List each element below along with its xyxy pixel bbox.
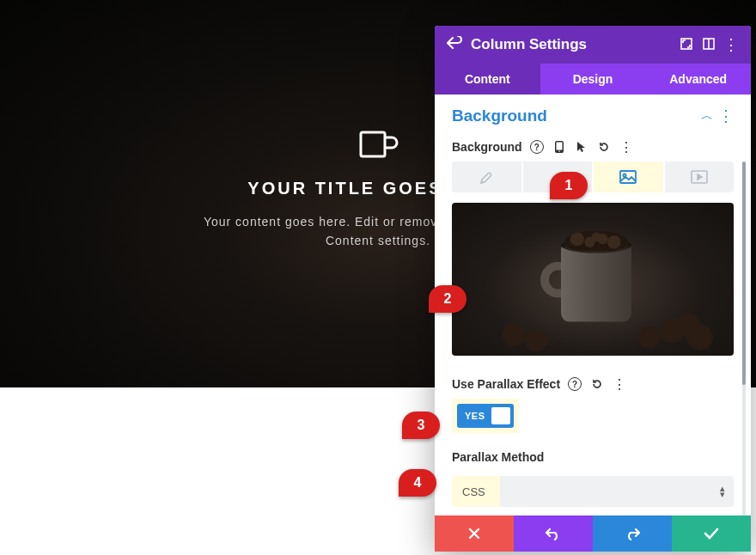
use-parallax-label: Use Parallax Effect — [452, 377, 560, 391]
background-label: Background — [452, 140, 522, 154]
svg-point-6 — [558, 150, 560, 152]
layout-icon[interactable] — [698, 38, 720, 52]
svg-rect-7 — [620, 171, 636, 183]
field-menu-icon[interactable]: ⋮ — [612, 376, 627, 392]
select-value: CSS — [462, 485, 485, 498]
callout-2: 2 — [429, 285, 466, 313]
bg-video-tab[interactable] — [665, 162, 735, 192]
panel-title: Column Settings — [466, 36, 675, 53]
background-field-row: Background ? ⋮ — [435, 131, 751, 162]
scrollbar-thumb[interactable] — [742, 162, 746, 385]
callout-1: 1 — [550, 172, 588, 199]
section-background[interactable]: Background ︿ ⋮ — [435, 95, 751, 131]
collapse-icon[interactable]: ︿ — [696, 108, 718, 124]
help-icon[interactable]: ? — [567, 376, 582, 392]
undo-button[interactable] — [514, 515, 593, 552]
toggle-label: YES — [459, 411, 491, 421]
parallax-method-select[interactable]: CSS ▴▾ — [452, 476, 734, 507]
back-button[interactable] — [443, 36, 466, 54]
panel-header: Column Settings ⋮ — [435, 26, 751, 64]
background-image-preview[interactable] — [452, 203, 734, 356]
panel-body: Background ︿ ⋮ Background ? ⋮ — [435, 95, 751, 515]
parallax-method-label: Parallax Method — [452, 450, 544, 464]
expand-icon[interactable] — [675, 38, 698, 52]
section-title: Background — [452, 107, 696, 125]
svg-rect-0 — [361, 132, 385, 156]
bg-color-tab[interactable] — [452, 162, 523, 192]
cup-icon — [357, 129, 399, 163]
use-parallax-toggle[interactable]: YES — [457, 404, 514, 428]
save-button[interactable] — [672, 515, 751, 552]
parallax-field-row: Use Parallax Effect ? ⋮ — [435, 356, 751, 399]
parallax-method-row: Parallax Method — [435, 433, 751, 471]
cursor-icon[interactable] — [574, 139, 589, 155]
field-menu-icon[interactable]: ⋮ — [619, 139, 634, 155]
callout-3: 3 — [402, 412, 440, 439]
bg-image-tab[interactable] — [594, 162, 665, 192]
tab-content[interactable]: Content — [435, 64, 540, 95]
parallax-method-select-wrap: CSS ▴▾ — [452, 476, 734, 507]
column-settings-panel: Column Settings ⋮ Content Design Advance… — [435, 26, 751, 552]
tab-design[interactable]: Design — [540, 64, 646, 95]
toggle-knob — [491, 407, 510, 424]
panel-footer — [435, 515, 751, 552]
kebab-menu-icon[interactable]: ⋮ — [720, 35, 742, 54]
svg-rect-1 — [681, 39, 692, 49]
select-caret-icon: ▴▾ — [720, 485, 725, 497]
reset-icon[interactable] — [596, 139, 612, 155]
cancel-button[interactable] — [435, 515, 514, 552]
help-icon[interactable]: ? — [529, 139, 545, 155]
section-menu-icon[interactable]: ⋮ — [718, 107, 734, 125]
reset-icon[interactable] — [589, 376, 605, 392]
callout-4: 4 — [399, 469, 436, 497]
phone-icon[interactable] — [552, 139, 567, 155]
tab-advanced[interactable]: Advanced — [645, 64, 751, 95]
panel-tabs: Content Design Advanced — [435, 64, 751, 95]
redo-button[interactable] — [593, 515, 672, 552]
svg-rect-5 — [556, 143, 562, 150]
parallax-toggle-wrap: YES — [435, 399, 751, 433]
